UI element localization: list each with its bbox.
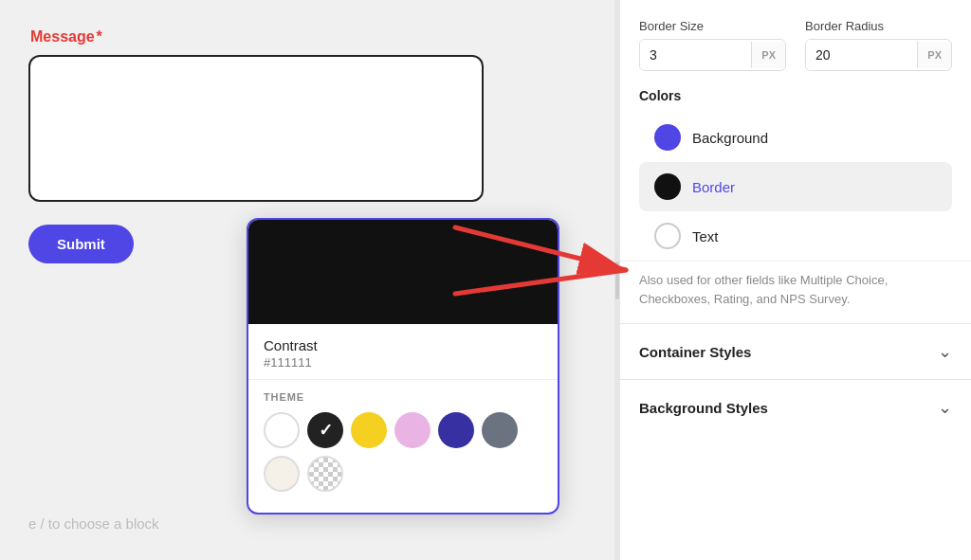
border-size-label: Border Size	[639, 19, 786, 33]
right-top-section: Border Size PX Border Radius PX Colors B…	[620, 0, 971, 261]
panel-divider	[614, 0, 620, 560]
swatch-cream[interactable]	[264, 456, 300, 492]
background-styles-label: Background Styles	[639, 400, 768, 416]
color-option-text[interactable]: Text	[639, 211, 952, 261]
required-star: *	[97, 28, 102, 45]
container-styles-row[interactable]: Container Styles ⌄	[620, 323, 971, 379]
color-info: Contrast #111111	[248, 324, 558, 380]
swatch-yellow[interactable]	[351, 412, 387, 448]
border-radius-label: Border Radius	[805, 19, 952, 33]
message-text: Message	[30, 28, 95, 45]
color-dot-text	[654, 223, 681, 249]
color-picker-popup: Contrast #111111 THEME ✓	[247, 218, 559, 515]
color-preview-box	[248, 220, 558, 324]
message-label: Message*	[28, 28, 586, 45]
color-option-border[interactable]: Border	[639, 162, 952, 211]
swatch-checker[interactable]	[307, 456, 343, 492]
submit-button[interactable]: Submit	[28, 225, 134, 263]
border-radius-unit: PX	[917, 42, 951, 68]
container-styles-label: Container Styles	[639, 344, 751, 360]
border-fields-row: Border Size PX Border Radius PX	[639, 19, 952, 71]
background-styles-row[interactable]: Background Styles ⌄	[620, 379, 971, 435]
left-panel: Message* Submit e / to choose a block Co…	[0, 0, 614, 560]
color-hex: #111111	[264, 355, 542, 370]
theme-swatches-row1: ✓	[264, 412, 542, 448]
color-dot-background	[654, 124, 681, 151]
right-panel: Border Size PX Border Radius PX Colors B…	[620, 0, 971, 560]
color-option-background[interactable]: Background	[639, 113, 952, 162]
swatch-pink[interactable]	[394, 412, 431, 448]
message-textarea[interactable]	[28, 55, 484, 202]
border-size-group: Border Size PX	[639, 19, 786, 71]
helper-text: Also used for other fields like Multiple…	[620, 261, 971, 323]
border-size-unit: PX	[751, 42, 785, 68]
color-option-background-label: Background	[692, 130, 768, 146]
border-size-input[interactable]	[640, 40, 751, 70]
color-name: Contrast	[264, 337, 542, 353]
color-option-text-label: Text	[692, 228, 719, 244]
swatch-indigo[interactable]	[438, 412, 474, 448]
border-radius-input[interactable]	[806, 40, 917, 70]
colors-label: Colors	[639, 88, 952, 103]
swatch-black[interactable]: ✓	[307, 412, 343, 448]
background-styles-chevron: ⌄	[938, 397, 952, 418]
border-size-input-wrap: PX	[639, 39, 786, 71]
theme-swatches-row2	[264, 456, 542, 492]
color-option-border-label: Border	[692, 179, 735, 195]
theme-label: THEME	[264, 391, 542, 403]
color-dot-border	[654, 173, 681, 200]
container-styles-chevron: ⌄	[938, 341, 952, 362]
swatch-white[interactable]	[264, 412, 300, 448]
border-radius-group: Border Radius PX	[805, 19, 952, 71]
bottom-hint: e / to choose a block	[28, 515, 159, 532]
swatch-gray[interactable]	[482, 412, 518, 448]
theme-section: THEME ✓	[248, 380, 558, 513]
checkmark-icon: ✓	[319, 420, 333, 441]
border-radius-input-wrap: PX	[805, 39, 952, 71]
